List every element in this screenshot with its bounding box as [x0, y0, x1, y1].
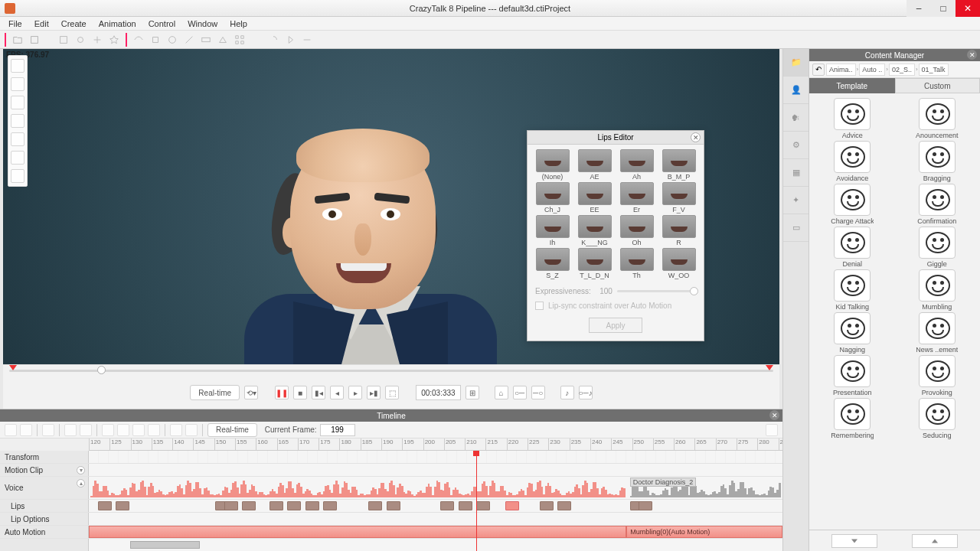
- seek-start-marker-icon[interactable]: [9, 365, 17, 370]
- phoneme-oh[interactable]: Oh: [616, 215, 657, 246]
- record-button[interactable]: ⬚: [385, 386, 399, 399]
- audio-b-icon[interactable]: ○─♪: [579, 386, 593, 399]
- timecode[interactable]: 00:03:333: [416, 385, 461, 400]
- track-motion-clip[interactable]: Motion Clip▾: [0, 464, 89, 476]
- tb-group-a4-icon[interactable]: [107, 33, 121, 47]
- lip-key[interactable]: [459, 501, 472, 510]
- tb-group-b7-icon[interactable]: [233, 33, 247, 47]
- phoneme-tldn[interactable]: T_L_D_N: [574, 248, 615, 279]
- content-item[interactable]: Charge Attack: [811, 184, 894, 225]
- speed-selector[interactable]: Real-time: [190, 385, 240, 400]
- go-start-button[interactable]: ▮◂: [312, 386, 325, 399]
- content-item[interactable]: Advice: [811, 98, 894, 139]
- track-transform[interactable]: Transform: [0, 451, 89, 463]
- voice-clip-label[interactable]: Doctor Diagnosis_2: [630, 478, 697, 487]
- seek-bar[interactable]: [3, 365, 779, 379]
- lipsync-constraint-checkbox[interactable]: [535, 302, 544, 310]
- lip-key[interactable]: [368, 501, 382, 510]
- seek-thumb[interactable]: [97, 366, 106, 374]
- tl-zoom-fit-icon[interactable]: [132, 424, 145, 436]
- lips-editor-dialog[interactable]: Lips Editor ✕ (None)AEAhB_M_PCh_JEEErF_V…: [527, 130, 704, 341]
- window-close[interactable]: ✕: [956, 0, 980, 17]
- rtab-actor-icon[interactable]: 👤: [783, 77, 808, 104]
- step-fwd-button[interactable]: ▸: [348, 386, 362, 399]
- auto-motion-clip-b[interactable]: Mumbling(0)(Auto Motion): [626, 526, 782, 538]
- tb-group-b2-icon[interactable]: [149, 33, 162, 47]
- track-auto-motion[interactable]: Auto Motion: [0, 526, 89, 538]
- track-lip-options[interactable]: Lip Options: [0, 513, 89, 525]
- stop-button[interactable]: ■: [293, 386, 307, 399]
- menu-file[interactable]: File: [3, 18, 28, 30]
- auto-motion-clip-a[interactable]: [89, 526, 626, 538]
- tl-speed[interactable]: Real-time: [207, 423, 257, 437]
- menu-animation[interactable]: Animation: [93, 18, 142, 30]
- lip-key[interactable]: [557, 501, 571, 510]
- tl-refresh-icon[interactable]: [42, 424, 54, 436]
- track-lips[interactable]: Lips: [0, 500, 89, 512]
- chevron-up-icon[interactable]: ▴: [77, 479, 85, 487]
- lip-key[interactable]: [323, 501, 337, 510]
- step-back-button[interactable]: ◂: [330, 386, 344, 399]
- content-item[interactable]: Mumbling: [896, 269, 979, 311]
- auto-motion-track[interactable]: Mumbling(0)(Auto Motion): [89, 526, 782, 538]
- phoneme-r[interactable]: R: [658, 215, 699, 246]
- content-item[interactable]: Bragging: [896, 141, 979, 182]
- expressiveness-slider[interactable]: [617, 290, 696, 292]
- lip-key[interactable]: [242, 501, 256, 510]
- phoneme-th[interactable]: Th: [616, 248, 657, 279]
- timecode-mode-icon[interactable]: ⊞: [466, 386, 479, 399]
- apply-button[interactable]: Apply: [589, 318, 642, 333]
- tl-settings-icon[interactable]: [766, 424, 778, 436]
- lip-key[interactable]: [305, 501, 319, 510]
- breadcrumb-item[interactable]: 02_S..: [889, 64, 915, 76]
- range-a-icon[interactable]: ○─: [513, 386, 527, 399]
- tl-opt-icon[interactable]: [80, 424, 92, 436]
- phoneme-fv[interactable]: F_V: [658, 182, 699, 214]
- loop-mode-icon[interactable]: ⟲▾: [244, 386, 258, 399]
- tb-group-c3-icon[interactable]: [300, 33, 314, 47]
- vt-redo-icon[interactable]: [11, 169, 24, 183]
- content-item[interactable]: Confirmation: [896, 184, 979, 225]
- rtab-folder-icon[interactable]: 📁: [783, 49, 808, 77]
- tb-group-a3-icon[interactable]: [90, 33, 104, 47]
- seek-end-marker-icon[interactable]: [766, 365, 773, 370]
- add-content-button[interactable]: [912, 534, 958, 548]
- tl-cut-icon[interactable]: [64, 424, 77, 436]
- camera-icon[interactable]: ⌂: [495, 386, 508, 399]
- tl-key-icon[interactable]: [20, 424, 32, 436]
- menu-window[interactable]: Window: [182, 18, 223, 30]
- phoneme-chj[interactable]: Ch_J: [532, 182, 573, 214]
- phoneme-ah[interactable]: Ah: [616, 149, 657, 181]
- vt-text-icon[interactable]: [11, 114, 24, 128]
- window-maximize[interactable]: □: [931, 0, 956, 17]
- lip-key[interactable]: [98, 501, 112, 510]
- tb-group-a1-icon[interactable]: [57, 33, 70, 47]
- lip-key[interactable]: [440, 501, 454, 510]
- chevron-down-icon[interactable]: ▾: [77, 466, 85, 474]
- menu-edit[interactable]: Edit: [29, 18, 54, 30]
- lip-key[interactable]: [387, 501, 400, 510]
- lip-key[interactable]: [287, 501, 301, 510]
- tb-group-b6-icon[interactable]: [216, 33, 230, 47]
- tl-filter-icon[interactable]: [5, 424, 17, 436]
- tl-zoom-out-icon[interactable]: [117, 424, 129, 436]
- lips-editor-close-icon[interactable]: ✕: [691, 132, 701, 142]
- breadcrumb-item[interactable]: 01_Talk: [919, 64, 949, 76]
- phoneme-none[interactable]: (None): [532, 149, 573, 181]
- content-item[interactable]: Seducing: [896, 398, 979, 439]
- content-item[interactable]: Giggle: [896, 227, 979, 268]
- tb-group-c1-icon[interactable]: [266, 33, 280, 47]
- content-item[interactable]: Provoking: [896, 355, 979, 396]
- tb-group-b1-icon[interactable]: [132, 33, 145, 47]
- content-item[interactable]: Remembering: [811, 398, 894, 439]
- rtab-stage-icon[interactable]: ▦: [783, 159, 808, 187]
- breadcrumb-back-icon[interactable]: ↶: [812, 64, 825, 76]
- timeline-ruler[interactable]: 1201251301351401451501551601651701751801…: [89, 439, 782, 451]
- content-item[interactable]: Presentation: [811, 355, 894, 396]
- current-frame-input[interactable]: [320, 424, 355, 436]
- content-item[interactable]: Avoidance: [811, 141, 894, 182]
- breadcrumb-item[interactable]: Auto ..: [859, 64, 885, 76]
- tab-custom[interactable]: Custom: [895, 78, 981, 93]
- tb-open-icon[interactable]: [11, 33, 24, 47]
- lip-key[interactable]: [270, 501, 283, 510]
